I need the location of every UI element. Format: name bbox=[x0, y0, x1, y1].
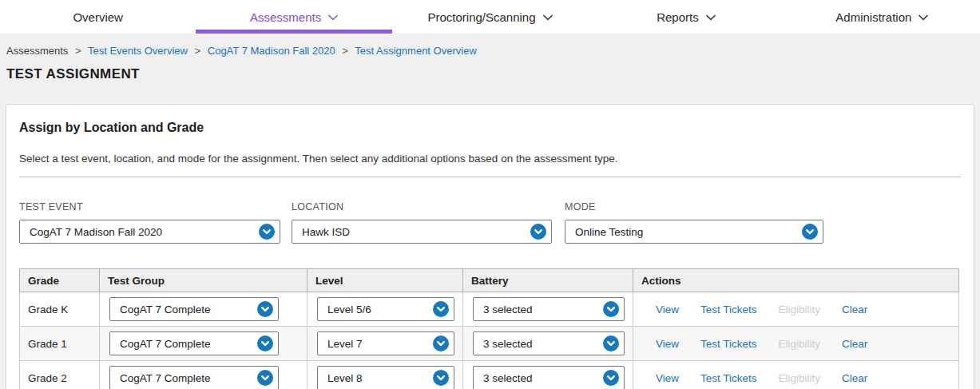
nav-tab-label: Administration bbox=[835, 10, 911, 24]
column-header-test-group: Test Group bbox=[100, 269, 307, 292]
test-group-value: CogAT 7 Complete bbox=[120, 338, 211, 350]
level-select[interactable]: Level 8 bbox=[317, 366, 454, 389]
battery-value: 3 selected bbox=[483, 372, 533, 384]
filter-location: LOCATION Hawk ISD bbox=[292, 201, 552, 244]
view-link[interactable]: View bbox=[656, 372, 679, 384]
chevron-down-icon bbox=[706, 14, 716, 21]
level-value: Level 7 bbox=[327, 338, 363, 350]
test-group-value: CogAT 7 Complete bbox=[120, 304, 211, 316]
level-select[interactable]: Level 5/6 bbox=[317, 297, 454, 321]
page-title: TEST ASSIGNMENT bbox=[0, 57, 980, 82]
clear-link[interactable]: Clear bbox=[842, 304, 867, 316]
breadcrumb-link-test-assignment-overview[interactable]: Test Assignment Overview bbox=[355, 45, 476, 57]
chevron-down-circle-icon bbox=[530, 224, 546, 240]
battery-value: 3 selected bbox=[483, 338, 533, 350]
chevron-down-circle-icon bbox=[259, 224, 275, 240]
test-tickets-link[interactable]: Test Tickets bbox=[700, 338, 757, 350]
chevron-down-icon bbox=[543, 14, 553, 21]
chevron-down-icon bbox=[328, 14, 338, 21]
breadcrumb: Assessments > Test Events Overview > Cog… bbox=[0, 34, 980, 57]
chevron-down-circle-icon bbox=[603, 335, 619, 351]
chevron-down-circle-icon bbox=[257, 370, 273, 386]
column-header-actions: Actions bbox=[633, 269, 959, 292]
nav-tab-reports[interactable]: Reports bbox=[588, 0, 784, 34]
filter-mode: MODE Online Testing bbox=[565, 201, 823, 244]
actions-cell: View Test Tickets Eligibility Clear bbox=[641, 304, 950, 316]
view-link[interactable]: View bbox=[656, 304, 679, 316]
grade-cell: Grade 1 bbox=[20, 327, 100, 361]
test-event-select[interactable]: CogAT 7 Madison Fall 2020 bbox=[19, 220, 280, 244]
battery-select[interactable]: 3 selected bbox=[473, 366, 625, 389]
level-value: Level 8 bbox=[327, 372, 363, 384]
clear-link[interactable]: Clear bbox=[842, 338, 867, 350]
grade-assignment-table: Grade Test Group Level Battery Actions G… bbox=[19, 268, 959, 389]
panel-description: Select a test event, location, and mode … bbox=[19, 153, 961, 165]
clear-link[interactable]: Clear bbox=[842, 372, 867, 384]
breadcrumb-separator: > bbox=[342, 45, 348, 57]
chevron-down-circle-icon bbox=[257, 301, 273, 317]
test-tickets-link[interactable]: Test Tickets bbox=[700, 304, 757, 316]
page-body: Assessments > Test Events Overview > Cog… bbox=[0, 34, 980, 389]
level-value: Level 5/6 bbox=[327, 304, 371, 316]
panel-heading: Assign by Location and Grade bbox=[19, 121, 961, 135]
chevron-down-circle-icon bbox=[433, 301, 449, 317]
eligibility-link-disabled: Eligibility bbox=[779, 372, 821, 384]
level-select[interactable]: Level 7 bbox=[317, 331, 454, 355]
column-header-grade: Grade bbox=[20, 269, 100, 292]
table-header-row: Grade Test Group Level Battery Actions bbox=[20, 269, 959, 292]
view-link[interactable]: View bbox=[656, 338, 679, 350]
chevron-down-circle-icon bbox=[257, 335, 273, 351]
nav-tab-label: Reports bbox=[657, 10, 699, 24]
nav-tab-administration[interactable]: Administration bbox=[784, 0, 980, 34]
breadcrumb-separator: > bbox=[195, 45, 201, 57]
chevron-down-circle-icon bbox=[603, 370, 619, 386]
chevron-down-circle-icon bbox=[802, 224, 818, 240]
breadcrumb-link-test-events-overview[interactable]: Test Events Overview bbox=[88, 45, 188, 57]
test-event-value: CogAT 7 Madison Fall 2020 bbox=[30, 226, 162, 238]
filter-test-event: TEST EVENT CogAT 7 Madison Fall 2020 bbox=[19, 201, 280, 244]
filter-row: TEST EVENT CogAT 7 Madison Fall 2020 LOC… bbox=[19, 201, 961, 244]
test-group-select[interactable]: CogAT 7 Complete bbox=[109, 331, 279, 355]
eligibility-link-disabled: Eligibility bbox=[779, 304, 821, 316]
nav-tab-label: Overview bbox=[73, 10, 123, 24]
actions-cell: View Test Tickets Eligibility Clear bbox=[641, 372, 950, 384]
battery-value: 3 selected bbox=[483, 304, 533, 316]
breadcrumb-item-assessments: Assessments bbox=[6, 45, 68, 57]
chevron-down-icon bbox=[919, 14, 928, 21]
assign-panel: Assign by Location and Grade Select a te… bbox=[6, 104, 974, 389]
mode-select[interactable]: Online Testing bbox=[565, 220, 823, 244]
mode-label: MODE bbox=[565, 201, 823, 212]
top-navigation: Overview Assessments Proctoring/Scanning… bbox=[0, 0, 980, 34]
actions-cell: View Test Tickets Eligibility Clear bbox=[641, 338, 950, 350]
nav-tab-proctoring-scanning[interactable]: Proctoring/Scanning bbox=[392, 0, 588, 34]
table-row: Grade K CogAT 7 Complete Level 5/6 bbox=[20, 292, 959, 327]
chevron-down-circle-icon bbox=[433, 370, 449, 386]
table-row: Grade 2 CogAT 7 Complete Level 8 bbox=[20, 361, 959, 389]
grade-cell: Grade 2 bbox=[20, 361, 100, 389]
divider bbox=[19, 177, 961, 177]
location-select[interactable]: Hawk ISD bbox=[292, 220, 552, 244]
test-tickets-link[interactable]: Test Tickets bbox=[700, 372, 757, 384]
mode-value: Online Testing bbox=[575, 226, 643, 238]
breadcrumb-separator: > bbox=[75, 45, 81, 57]
test-group-select[interactable]: CogAT 7 Complete bbox=[109, 297, 279, 321]
nav-tab-label: Proctoring/Scanning bbox=[427, 10, 535, 24]
battery-select[interactable]: 3 selected bbox=[473, 331, 625, 355]
test-event-label: TEST EVENT bbox=[19, 201, 280, 212]
breadcrumb-link-test-event[interactable]: CogAT 7 Madison Fall 2020 bbox=[208, 45, 335, 57]
nav-tab-assessments[interactable]: Assessments bbox=[196, 0, 391, 34]
nav-tab-overview[interactable]: Overview bbox=[0, 0, 196, 34]
chevron-down-circle-icon bbox=[433, 335, 449, 351]
test-group-value: CogAT 7 Complete bbox=[120, 372, 211, 384]
column-header-level: Level bbox=[307, 269, 463, 292]
location-value: Hawk ISD bbox=[302, 226, 350, 238]
nav-tab-label: Assessments bbox=[250, 10, 321, 24]
table-row: Grade 1 CogAT 7 Complete Level 7 bbox=[20, 327, 959, 361]
grade-cell: Grade K bbox=[20, 292, 100, 327]
location-label: LOCATION bbox=[292, 201, 552, 212]
column-header-battery: Battery bbox=[463, 269, 633, 292]
battery-select[interactable]: 3 selected bbox=[473, 297, 625, 321]
chevron-down-circle-icon bbox=[603, 301, 619, 317]
eligibility-link-disabled: Eligibility bbox=[779, 338, 821, 350]
test-group-select[interactable]: CogAT 7 Complete bbox=[109, 366, 279, 389]
